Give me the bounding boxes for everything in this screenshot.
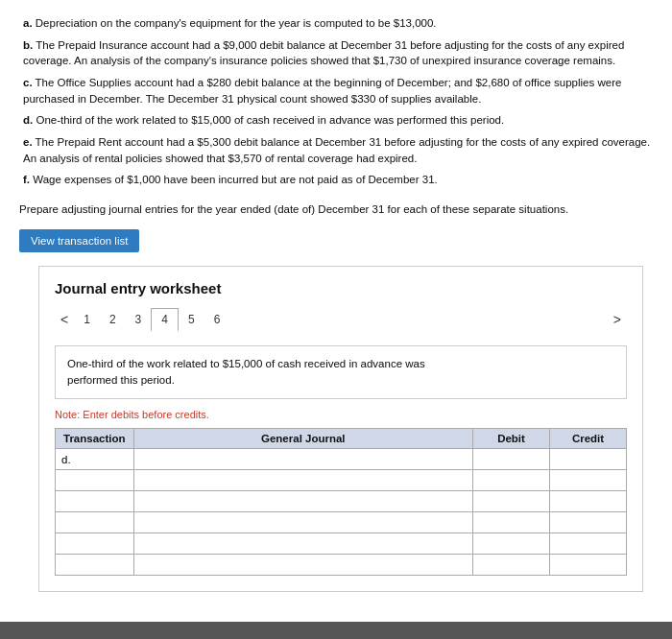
credit-cell-6[interactable] <box>550 555 627 576</box>
transaction-cell-6 <box>56 555 134 576</box>
transaction-cell-1: d. <box>56 449 134 470</box>
journal-worksheet: Journal entry worksheet < 1 2 3 4 5 6 > … <box>38 266 643 593</box>
instruction-e-label: e. <box>23 136 33 148</box>
debit-cell-6[interactable] <box>473 555 550 576</box>
debit-input-3[interactable] <box>479 496 543 508</box>
debit-input-4[interactable] <box>479 517 543 529</box>
journal-input-1[interactable] <box>140 454 467 465</box>
transaction-cell-4 <box>56 512 134 533</box>
credit-cell-2[interactable] <box>550 470 627 491</box>
instruction-c: c. The Office Supplies account had a $28… <box>23 75 653 106</box>
debit-input-6[interactable] <box>479 559 543 571</box>
tab-6[interactable]: 6 <box>204 309 230 330</box>
debit-cell-1[interactable] <box>473 449 550 470</box>
credit-cell-3[interactable] <box>550 491 627 512</box>
table-row <box>56 512 627 533</box>
journal-title: Journal entry worksheet <box>55 280 627 296</box>
col-header-credit: Credit <box>550 429 627 449</box>
instruction-b: b. The Prepaid Insurance account had a $… <box>23 37 653 69</box>
credit-input-3[interactable] <box>556 496 620 508</box>
debit-input-2[interactable] <box>479 475 543 486</box>
instructions-list: a. Depreciation on the company's equipme… <box>19 15 653 188</box>
instruction-d-label: d. <box>23 114 33 126</box>
view-transaction-button[interactable]: View transaction list <box>19 229 139 252</box>
journal-input-3[interactable] <box>140 496 467 508</box>
tab-3[interactable]: 3 <box>126 309 152 330</box>
instruction-e: e. The Prepaid Rent account had a $5,300… <box>23 134 653 166</box>
tab-next-arrow[interactable]: > <box>608 310 627 329</box>
instruction-b-text: The Prepaid Insurance account had a $9,0… <box>23 39 624 67</box>
instruction-c-label: c. <box>23 77 33 88</box>
tab-4[interactable]: 4 <box>151 308 179 332</box>
table-row: d. <box>56 449 627 470</box>
page-container: a. Depreciation on the company's equipme… <box>0 0 672 639</box>
tab-nav: < 1 2 3 4 5 6 > <box>55 308 627 332</box>
prepare-text: Prepare adjusting journal entries for th… <box>19 201 653 218</box>
credit-input-5[interactable] <box>556 538 620 550</box>
tab-5[interactable]: 5 <box>179 309 204 330</box>
instruction-e-text: The Prepaid Rent account had a $5,300 de… <box>23 136 650 164</box>
col-header-transaction: Transaction <box>56 429 134 449</box>
note-text: Note: Enter debits before credits. <box>55 409 627 420</box>
table-row <box>56 470 627 491</box>
instruction-c-text: The Office Supplies account had a $280 d… <box>23 77 621 105</box>
table-row <box>56 491 627 512</box>
transaction-cell-3 <box>56 491 134 512</box>
debit-cell-2[interactable] <box>473 470 550 491</box>
instruction-f-label: f. <box>23 174 30 185</box>
journal-cell-2[interactable] <box>133 470 472 491</box>
col-header-journal: General Journal <box>133 429 472 449</box>
credit-cell-4[interactable] <box>550 512 627 533</box>
journal-input-4[interactable] <box>140 517 467 529</box>
journal-input-6[interactable] <box>140 559 467 571</box>
transaction-cell-2 <box>56 470 134 491</box>
journal-cell-6[interactable] <box>133 555 472 576</box>
journal-cell-4[interactable] <box>133 512 472 533</box>
journal-cell-5[interactable] <box>133 533 472 555</box>
debit-input-5[interactable] <box>479 538 543 550</box>
journal-input-2[interactable] <box>140 475 467 486</box>
instruction-b-label: b. <box>23 39 33 51</box>
instruction-f-text: Wage expenses of $1,000 have been incurr… <box>33 174 438 185</box>
col-header-debit: Debit <box>473 429 550 449</box>
instruction-a-label: a. <box>23 17 33 29</box>
debit-cell-4[interactable] <box>473 512 550 533</box>
credit-input-2[interactable] <box>556 475 620 486</box>
journal-table: Transaction General Journal Debit Credit… <box>55 428 627 576</box>
instruction-d-text: One-third of the work related to $15,000… <box>36 114 504 126</box>
instruction-d: d. One-third of the work related to $15,… <box>23 112 653 129</box>
transaction-cell-5 <box>56 533 134 555</box>
credit-cell-5[interactable] <box>550 533 627 555</box>
journal-cell-3[interactable] <box>133 491 472 512</box>
journal-input-5[interactable] <box>140 538 467 550</box>
instruction-a: a. Depreciation on the company's equipme… <box>23 15 653 32</box>
tab-1[interactable]: 1 <box>74 309 100 330</box>
credit-cell-1[interactable] <box>550 449 627 470</box>
bottom-bar <box>0 622 672 639</box>
journal-cell-1[interactable] <box>133 449 472 470</box>
table-row <box>56 555 627 576</box>
credit-input-1[interactable] <box>556 454 620 465</box>
tab-description-text: One-third of the work related to $15,000… <box>67 358 425 386</box>
table-row <box>56 533 627 555</box>
tab-description: One-third of the work related to $15,000… <box>55 345 627 400</box>
debit-input-1[interactable] <box>479 454 543 465</box>
credit-input-6[interactable] <box>556 559 620 571</box>
tab-prev-arrow[interactable]: < <box>55 310 74 329</box>
debit-cell-3[interactable] <box>473 491 550 512</box>
credit-input-4[interactable] <box>556 517 620 529</box>
instruction-f: f. Wage expenses of $1,000 have been inc… <box>23 172 653 188</box>
debit-cell-5[interactable] <box>473 533 550 555</box>
instruction-a-text: Depreciation on the company's equipment … <box>36 17 437 29</box>
tab-2[interactable]: 2 <box>100 309 126 330</box>
